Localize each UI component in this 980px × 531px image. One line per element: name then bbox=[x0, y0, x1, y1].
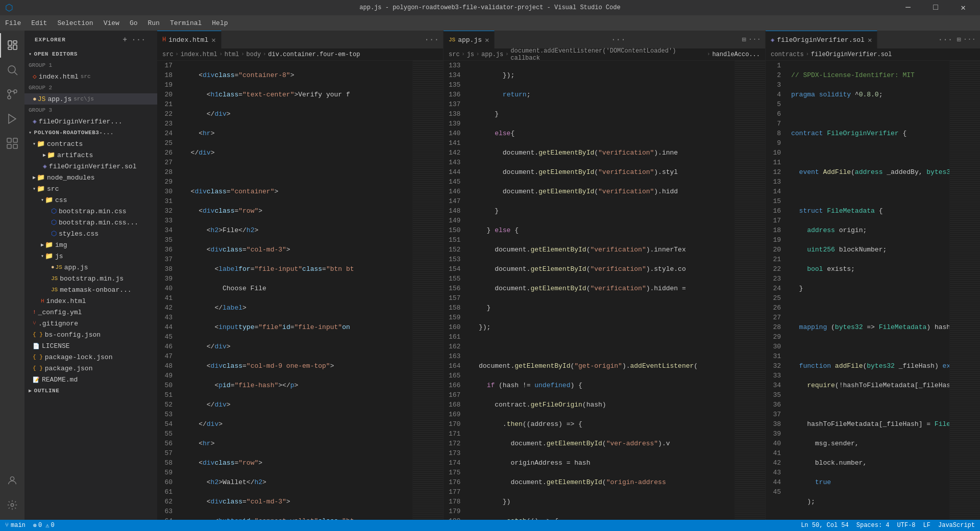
js-icon3: JS bbox=[51, 287, 58, 293]
license-file[interactable]: 📄 LICENSE bbox=[24, 340, 157, 351]
bc-appjs[interactable]: app.js bbox=[481, 51, 503, 58]
css-folder[interactable]: ▾ 📁 css bbox=[24, 194, 157, 206]
menu-bar: File Edit Selection View Go Run Terminal… bbox=[0, 15, 980, 31]
outline-header[interactable]: ▶ OUTLINE bbox=[24, 385, 157, 396]
js-folder-icon: 📁 bbox=[45, 252, 53, 260]
menu-file[interactable]: File bbox=[0, 15, 26, 31]
src-index-html[interactable]: H index.html bbox=[24, 295, 157, 307]
open-editor-app-js[interactable]: ● JS app.js src\js bbox=[24, 93, 157, 105]
title-bar-title: app.js - polygon-roadtoweb3-file-validat… bbox=[359, 4, 620, 11]
status-errors[interactable]: ⊗ 0 ⚠ 0 bbox=[33, 522, 55, 529]
status-eol[interactable]: LF bbox=[923, 522, 930, 529]
search-icon[interactable] bbox=[0, 58, 24, 82]
sidebar-scroll[interactable]: ▾ OPEN EDITORS GROUP 1 ◇ index.html src … bbox=[24, 48, 157, 520]
metamask-js[interactable]: JS metamask-onboar... bbox=[24, 284, 157, 295]
bc-html[interactable]: html bbox=[225, 51, 239, 58]
tab-more-2[interactable]: ··· bbox=[607, 35, 630, 44]
minimap-content-2 bbox=[735, 61, 765, 520]
config-yml[interactable]: ! _config.yml bbox=[24, 307, 157, 318]
split-editor-icon[interactable]: ⊞ bbox=[742, 35, 746, 44]
styles-css[interactable]: ⬡ styles.css bbox=[24, 228, 157, 239]
open-editors-header[interactable]: ▾ OPEN EDITORS bbox=[24, 48, 157, 60]
artifacts-folder[interactable]: ▶ 📁 artifacts bbox=[24, 149, 157, 161]
code-area-3[interactable]: 12345 678910 1112131415 1617181920 21222… bbox=[766, 61, 980, 520]
bc-handle[interactable]: handleAcco... bbox=[712, 51, 760, 58]
code-area-2[interactable]: 133134135136137 138139140141142 14314414… bbox=[444, 61, 765, 520]
menu-go[interactable]: Go bbox=[125, 15, 143, 31]
menu-help[interactable]: Help bbox=[207, 15, 233, 31]
svg-rect-13 bbox=[13, 144, 17, 148]
source-control-icon[interactable] bbox=[0, 82, 24, 107]
tab-more-3[interactable]: ··· bbox=[934, 35, 957, 44]
js-file-icon: JS bbox=[38, 95, 46, 103]
tab-js-icon: JS bbox=[449, 37, 455, 43]
settings-icon[interactable] bbox=[0, 493, 24, 517]
menu-selection[interactable]: Selection bbox=[52, 15, 98, 31]
bootstrap-min-js[interactable]: JS bootstrap.min.js bbox=[24, 273, 157, 284]
img-folder[interactable]: ▶ 📁 img bbox=[24, 239, 157, 250]
minimize-button[interactable]: ─ bbox=[896, 0, 920, 15]
bc-body[interactable]: body bbox=[246, 51, 261, 58]
more-actions-icon-3[interactable]: ··· bbox=[963, 35, 976, 44]
debug-icon[interactable] bbox=[0, 107, 24, 131]
status-spaces[interactable]: Spaces: 4 bbox=[856, 522, 890, 529]
node-modules-folder[interactable]: ▶ 📁 node_modules bbox=[24, 172, 157, 183]
maximize-button[interactable]: □ bbox=[924, 0, 947, 15]
extensions-icon[interactable] bbox=[0, 131, 24, 156]
contracts-folder[interactable]: ▾ 📁 contracts bbox=[24, 138, 157, 149]
status-cursor[interactable]: Ln 50, Col 54 bbox=[801, 522, 849, 529]
bc-contracts[interactable]: contracts bbox=[771, 51, 804, 58]
open-editor-index-html[interactable]: ◇ index.html src bbox=[24, 71, 157, 82]
bc-src-1[interactable]: src bbox=[162, 51, 174, 58]
app-js-file[interactable]: ● JS app.js bbox=[24, 262, 157, 273]
js-folder[interactable]: ▾ 📁 js bbox=[24, 250, 157, 262]
bc-js-2[interactable]: js bbox=[467, 51, 474, 58]
tab-close-html[interactable]: ✕ bbox=[211, 36, 215, 44]
title-bar: ⬡ app.js - polygon-roadtoweb3-file-valid… bbox=[0, 0, 980, 15]
split-editor-icon-3[interactable]: ⊞ bbox=[957, 35, 961, 44]
project-header[interactable]: ▾ POLYGON-ROADTOWEB3-... bbox=[24, 127, 157, 138]
code-content-1[interactable]: <div class="container-8"> <h1 class="tex… bbox=[178, 61, 412, 520]
bs-config-json[interactable]: { } bs-config.json bbox=[24, 329, 157, 340]
accounts-icon[interactable] bbox=[0, 468, 24, 493]
close-button[interactable]: ✕ bbox=[951, 0, 975, 15]
code-content-2[interactable]: }); return; } else{ document.getElementB… bbox=[465, 61, 734, 520]
more-actions-icon[interactable]: ··· bbox=[131, 35, 147, 45]
project-label: POLYGON-ROADTOWEB3-... bbox=[34, 130, 114, 136]
bc-indexhtml[interactable]: index.html bbox=[181, 51, 217, 58]
bc-src-2[interactable]: src bbox=[449, 51, 460, 58]
explorer-icon[interactable] bbox=[0, 33, 24, 58]
tab-sol[interactable]: ◈ fileOriginVerifier.sol ✕ bbox=[766, 31, 877, 48]
tab-index-html[interactable]: H index.html ✕ bbox=[157, 31, 222, 48]
code-content-3[interactable]: // SPDX-License-Identifier: MIT pragma s… bbox=[786, 61, 949, 520]
bootstrap-min-css[interactable]: ⬡ bootstrap.min.css bbox=[24, 206, 157, 217]
package-json[interactable]: { } package.json bbox=[24, 363, 157, 374]
tab-more-1[interactable]: ··· bbox=[420, 35, 443, 44]
contracts-folder-icon: 📁 bbox=[37, 140, 45, 148]
menu-edit[interactable]: Edit bbox=[26, 15, 52, 31]
fileoriginverifier-sol-file[interactable]: ◈ fileOriginVerifier.sol bbox=[24, 161, 157, 172]
status-encoding[interactable]: UTF-8 bbox=[897, 522, 916, 529]
bc-container[interactable]: div.container.four-em-top bbox=[268, 51, 360, 58]
bootstrap-min-css-map[interactable]: ⬡ bootstrap.min.css... bbox=[24, 217, 157, 228]
package-lock-json[interactable]: { } package-lock.json bbox=[24, 351, 157, 363]
bc-listener[interactable]: document.addEventListener('DOMContentLoa… bbox=[510, 47, 705, 62]
main-layout: EXPLORER + ··· ▾ OPEN EDITORS GROUP 1 ◇ … bbox=[0, 31, 980, 520]
readme-md[interactable]: 📝 README.md bbox=[24, 374, 157, 385]
menu-terminal[interactable]: Terminal bbox=[165, 15, 207, 31]
more-editor-actions-icon[interactable]: ··· bbox=[748, 35, 761, 44]
status-language[interactable]: JavaScript bbox=[938, 522, 975, 529]
tab-close-sol[interactable]: ✕ bbox=[868, 36, 872, 44]
editors-container: H index.html ✕ ··· src › index.html › ht… bbox=[157, 31, 980, 520]
gitignore[interactable]: ⑂ .gitignore bbox=[24, 318, 157, 329]
src-folder[interactable]: ▾ 📁 src bbox=[24, 183, 157, 194]
menu-run[interactable]: Run bbox=[142, 15, 164, 31]
new-file-icon[interactable]: + bbox=[121, 35, 128, 45]
bc-sol[interactable]: fileOriginVerifier.sol bbox=[811, 51, 892, 58]
status-git[interactable]: ⑂ main bbox=[5, 522, 26, 529]
menu-view[interactable]: View bbox=[99, 15, 125, 31]
open-editor-sol[interactable]: ◈ fileOriginVerifier... bbox=[24, 116, 157, 127]
tab-app-js[interactable]: JS app.js ✕ bbox=[444, 31, 495, 48]
code-area-1[interactable]: 1718192021 2223242526 2728293031 3233343… bbox=[157, 61, 443, 520]
tab-close-js[interactable]: ✕ bbox=[485, 36, 489, 44]
